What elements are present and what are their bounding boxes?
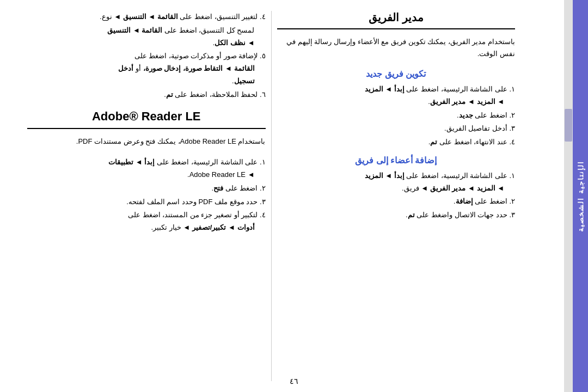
section1-list: ١. على الشاشة الرئيسية، اضغط على إبدأ ◄ … (277, 83, 516, 149)
list-item: ٤. لتكبير أو تصغير جزء من المستند، اضغط … (27, 209, 266, 234)
scrollbar-thumb[interactable] (565, 109, 572, 142)
adobe-title: Adobe® Reader LE (27, 109, 266, 124)
list-item: ٢. اضغط على فتح. (27, 182, 266, 195)
list-item: ٢. اضغط على جديد. (277, 109, 516, 122)
top-numbered-list: ٤. لتغيير التنسيق، اضغط على القائمة ◄ ال… (27, 11, 266, 101)
list-item: ٢. اضغط على إضافة. (277, 195, 516, 208)
left-intro: باستخدام مدير الفريق، يمكنك تكوين فريق م… (277, 36, 516, 60)
list-item: ٤. لتغيير التنسيق، اضغط على القائمة ◄ ال… (27, 11, 266, 23)
page-container: الإنتاجية الشخصية مدير الفريق باستخدام م… (0, 0, 588, 392)
left-divider-1 (277, 28, 516, 29)
vertical-tab: الإنتاجية الشخصية (573, 0, 588, 392)
right-column: ٤. لتغيير التنسيق، اضغط على القائمة ◄ ال… (11, 11, 271, 381)
section2-list: ١. على الشاشة الرئيسية، اضغط على إبدأ ◄ … (277, 170, 516, 222)
left-column: مدير الفريق باستخدام مدير الفريق، يمكنك … (271, 11, 532, 381)
scrollbar[interactable] (564, 0, 573, 392)
list-item: ١. على الشاشة الرئيسية، اضغط على إبدأ ◄ … (277, 170, 516, 195)
section2-title: إضافة أعضاء إلى فريق (277, 155, 516, 166)
list-item: ٣. حدد جهات الاتصال واضغط على تم. (277, 209, 516, 222)
list-item: ٥. لإضافة صور أو مذكرات صوتية، اضغط على … (27, 50, 266, 87)
adobe-list: ١. على الشاشة الرئيسية، اضغط على إبدأ ◄ … (27, 156, 266, 234)
list-item: لمسح كل التنسيق، اضغط على القائمة ◄ التن… (27, 24, 266, 50)
list-item: ٤. عند الانتهاء، اضغط على تم. (277, 136, 516, 149)
adobe-intro: باستخدام Adobe Reader LE، يمكنك فتح وعرض… (27, 136, 266, 148)
left-main-title: مدير الفريق (277, 11, 516, 24)
page-number: ٤٦ (290, 377, 298, 385)
list-num: ١. (509, 85, 515, 93)
content-area: مدير الفريق باستخدام مدير الفريق، يمكنك … (0, 0, 564, 392)
list-item: ٣. أدخل تفاصيل الفريق. (277, 122, 516, 135)
list-item: ١. على الشاشة الرئيسية، اضغط على إبدأ ◄ … (27, 156, 266, 181)
adobe-divider (27, 128, 266, 129)
vertical-tab-label: الإنتاجية الشخصية (577, 161, 585, 232)
list-item: ٦. لحفظ الملاحظة، اضغط على تم. (27, 89, 266, 101)
list-item: ٣. حدد موقع ملف PDF وحدد اسم الملف لفتحه… (27, 196, 266, 209)
list-item: ١. على الشاشة الرئيسية، اضغط على إبدأ ◄ … (277, 83, 516, 108)
section1-title: تكوين فريق جديد (277, 69, 516, 79)
